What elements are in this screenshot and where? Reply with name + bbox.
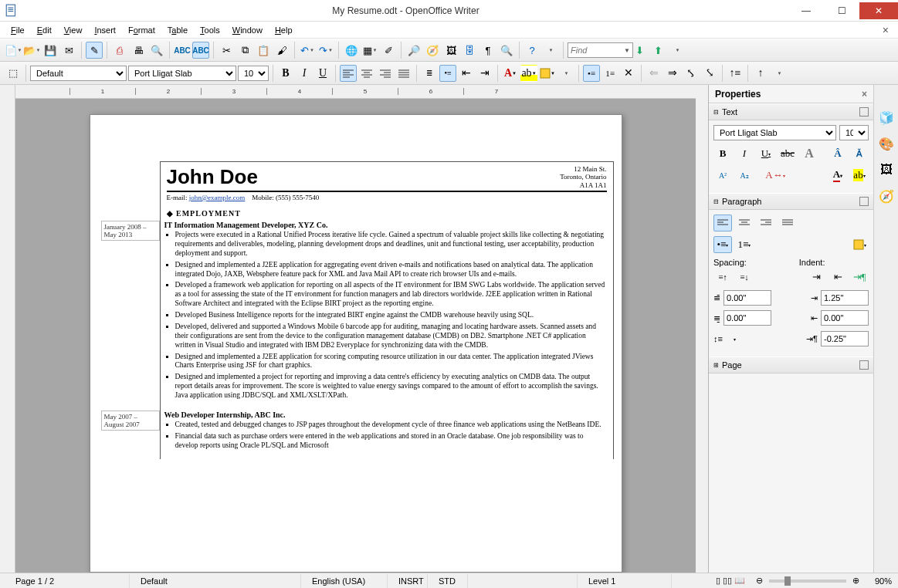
status-lang[interactable]: English (USA) xyxy=(303,574,388,588)
font-color-button[interactable]: A▼ xyxy=(502,65,519,82)
sb-shrink-button[interactable]: Ǎ xyxy=(850,145,869,162)
menu-insert[interactable]: Insert xyxy=(90,24,120,36)
highlight-button[interactable]: ab▼ xyxy=(520,65,537,82)
sb-super-button[interactable]: A² xyxy=(713,167,732,184)
status-sel[interactable] xyxy=(469,574,578,588)
spacing-below-input[interactable]: 0.00" xyxy=(723,310,771,326)
cut-button[interactable]: ✂ xyxy=(218,42,235,59)
zoom-out-icon[interactable]: ⊖ xyxy=(756,576,763,586)
spellcheck-button[interactable]: ABC xyxy=(174,42,191,59)
gallery-button[interactable]: 🖼 xyxy=(442,42,459,59)
popout-icon[interactable] xyxy=(859,360,869,370)
status-level[interactable]: Level 1 xyxy=(579,574,672,588)
firstline-input[interactable]: -0.25" xyxy=(821,331,869,346)
panel-page-header[interactable]: ⊞Page xyxy=(709,357,873,373)
sb-dec-indent[interactable]: ⇤ xyxy=(829,269,847,286)
indent-button[interactable]: ⇥ xyxy=(476,65,493,82)
italic-button[interactable]: I xyxy=(296,65,313,82)
numbered-list-button[interactable]: ≣ xyxy=(421,65,438,82)
sb-inc-spacing[interactable]: ≡↑ xyxy=(713,269,732,286)
sb-inc-indent[interactable]: ⇥ xyxy=(807,269,825,286)
redo-button[interactable]: ↷▼ xyxy=(317,42,334,59)
indent-left-input[interactable]: 1.25" xyxy=(821,290,869,306)
font-size-combo[interactable]: 10 xyxy=(238,66,269,81)
align-right-button[interactable] xyxy=(377,65,394,82)
sb-bold-button[interactable]: B xyxy=(713,145,732,162)
bulleted-list-button[interactable]: •≡ xyxy=(439,65,456,82)
promote-sub-button[interactable]: ⤣ xyxy=(683,65,700,82)
font-name-combo[interactable]: Port Lligat Slab xyxy=(128,66,236,81)
undo-button[interactable]: ↶▼ xyxy=(299,42,316,59)
listbar-more-button[interactable]: ▼ xyxy=(771,65,788,82)
sb-bullet-list[interactable]: •≡▾ xyxy=(713,236,732,253)
close-button[interactable]: ✕ xyxy=(859,2,898,19)
outdent-button[interactable]: ⇤ xyxy=(458,65,475,82)
save-button[interactable]: 💾 xyxy=(42,42,59,59)
export-pdf-button[interactable]: ⎙ xyxy=(111,42,128,59)
preview-button[interactable]: 🔍 xyxy=(148,42,165,59)
promote-button[interactable]: ⇐ xyxy=(646,65,662,82)
align-left-button[interactable] xyxy=(340,65,357,82)
paragraph-style-combo[interactable]: Default xyxy=(30,66,127,81)
table-button[interactable]: ▦▼ xyxy=(361,42,378,59)
align-center-button[interactable] xyxy=(358,65,375,82)
datasources-button[interactable]: 🗄 xyxy=(461,42,478,59)
line-spacing-btn[interactable]: ▾ xyxy=(726,330,744,347)
edit-mode-button[interactable]: ✎ xyxy=(86,42,103,59)
autospell-button[interactable]: ABC xyxy=(192,42,209,59)
menu-table[interactable]: Table xyxy=(163,24,192,36)
copy-button[interactable]: ⧉ xyxy=(236,42,253,59)
status-page[interactable]: Page 1 / 2 xyxy=(6,574,130,588)
nonprint-button[interactable]: ¶ xyxy=(479,42,496,59)
demote-button[interactable]: ⇒ xyxy=(664,65,681,82)
sb-font-combo[interactable]: Port Lligat Slab xyxy=(713,125,836,140)
toolbar-more-button[interactable]: ▼ xyxy=(542,42,559,59)
hyperlink-button[interactable]: 🌐 xyxy=(343,42,360,59)
sb-size-combo[interactable]: 10 xyxy=(839,125,869,140)
navigator-button[interactable]: 🧭 xyxy=(424,42,441,59)
maximize-button[interactable]: ☐ xyxy=(824,2,859,19)
view-icons[interactable]: ▯ ▯▯ 📖 xyxy=(707,574,754,588)
status-std[interactable]: STD xyxy=(429,574,468,588)
draw-button[interactable]: ✐ xyxy=(380,42,397,59)
status-insert[interactable]: INSRT xyxy=(389,574,428,588)
close-list-button[interactable]: ✕ xyxy=(620,65,637,82)
demote-sub-button[interactable]: ⤥ xyxy=(701,65,718,82)
restart-number-button[interactable]: ↑≡ xyxy=(727,65,744,82)
sb-bgcolor[interactable]: ▾ xyxy=(850,236,869,253)
menu-view[interactable]: View xyxy=(59,24,87,36)
popout-icon[interactable] xyxy=(859,107,869,117)
zoom-button[interactable]: 🔍 xyxy=(498,42,515,59)
find-more-button[interactable]: ▼ xyxy=(669,42,686,59)
spacing-above-input[interactable]: 0.00" xyxy=(723,290,771,306)
menu-file[interactable]: File xyxy=(6,24,29,36)
sb-align-justify[interactable] xyxy=(778,215,797,231)
close-document-icon[interactable]: × xyxy=(883,24,889,36)
zoom-in-icon[interactable]: ⊕ xyxy=(852,576,859,586)
email-button[interactable]: ✉ xyxy=(60,42,77,59)
bold-button[interactable]: B xyxy=(277,65,294,82)
status-style[interactable]: Default xyxy=(131,574,301,588)
sb-dec-spacing[interactable]: ≡↓ xyxy=(735,269,754,286)
panel-text-header[interactable]: ⊟Text xyxy=(709,103,873,120)
print-button[interactable]: 🖶 xyxy=(130,42,147,59)
zoom-value[interactable]: 90% xyxy=(861,576,892,586)
underline-button[interactable]: U xyxy=(314,65,331,82)
find-prev-button[interactable]: ⬆ xyxy=(650,42,667,59)
menu-format[interactable]: Format xyxy=(124,24,160,36)
move-up-button[interactable]: ↑ xyxy=(752,65,769,82)
sb-underline-button[interactable]: U▾ xyxy=(757,145,775,162)
paste-button[interactable]: 📋 xyxy=(255,42,272,59)
sb-align-left[interactable] xyxy=(713,215,732,231)
menu-edit[interactable]: Edit xyxy=(32,24,56,36)
list-bullets-button[interactable]: •≡ xyxy=(583,65,600,82)
sb-align-center[interactable] xyxy=(735,215,754,231)
sidebar-close-icon[interactable]: × xyxy=(862,89,867,100)
sb-grow-button[interactable]: Â xyxy=(829,145,847,162)
bgcolor-button[interactable]: ▼ xyxy=(539,65,556,82)
tab-gallery-icon[interactable]: 🖼 xyxy=(877,161,896,179)
indent-right-input[interactable]: 0.00" xyxy=(821,310,869,326)
vertical-scrollbar[interactable] xyxy=(696,85,708,573)
sb-align-right[interactable] xyxy=(757,215,775,231)
sb-spacing-button[interactable]: A↔▾ xyxy=(766,167,784,184)
